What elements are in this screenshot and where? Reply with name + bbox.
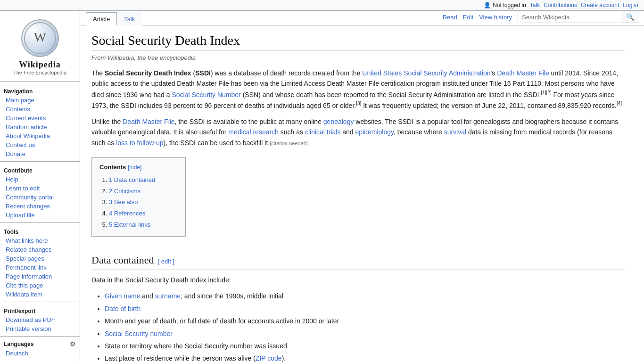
print-items: Download as PDFPrintable version xyxy=(0,315,80,333)
sidebar-item-about-wikipedia: About Wikipedia xyxy=(0,132,80,140)
sidebar-item-special-pages: Special pages xyxy=(0,254,80,263)
sidebar-item-contact-us: Contact us xyxy=(0,140,80,149)
sidebar-link-current-events[interactable]: Current events xyxy=(6,115,46,122)
right-tabs: Read Edit View history 🔍 xyxy=(443,11,638,25)
tools-items: What links hereRelated changesSpecial pa… xyxy=(0,236,80,299)
link-clinical-trials[interactable]: clinical trials xyxy=(305,128,340,136)
toc-hide-btn[interactable]: [hide] xyxy=(128,164,141,171)
lang-items: Deutsch xyxy=(0,349,80,358)
not-logged-in-label: Not logged in xyxy=(493,2,526,8)
languages-header: Languages ⚙ xyxy=(0,339,80,349)
list-item-6: Last place of residence while the person… xyxy=(105,353,625,362)
sidebar-item-what-links-here: What links here xyxy=(0,236,80,245)
page-layout: W Wikipedia The Free Encyclopedia Naviga… xyxy=(0,11,644,362)
sidebar-link-special-pages[interactable]: Special pages xyxy=(6,255,44,262)
tab-read[interactable]: Read xyxy=(443,14,457,21)
toc-link-3[interactable]: 3 See also xyxy=(109,198,138,206)
sidebar-link-download-pdf[interactable]: Download as PDF xyxy=(6,316,55,323)
talk-link[interactable]: Talk xyxy=(530,2,540,8)
link-dmf2[interactable]: Death Master File xyxy=(123,118,174,125)
link-given-name[interactable]: Given name xyxy=(105,292,140,300)
search-box: 🔍 xyxy=(518,11,638,23)
sidebar-item-download-pdf: Download as PDF xyxy=(0,315,80,324)
cite-1: [1] xyxy=(541,90,546,95)
link-date-of-birth[interactable]: Date of birth xyxy=(105,305,140,313)
search-input[interactable] xyxy=(518,12,622,23)
citation-needed: [citation needed] xyxy=(270,140,308,146)
left-tabs: Article Talk xyxy=(86,12,142,25)
main-area: Article Talk Read Edit View history 🔍 So… xyxy=(80,11,644,362)
toc-link-5[interactable]: 5 External links xyxy=(109,221,150,228)
link-ssa[interactable]: United States Social Security Administra… xyxy=(362,69,490,77)
sidebar-item-current-events: Current events xyxy=(0,114,80,123)
sidebar-link-what-links-here[interactable]: What links here xyxy=(6,237,48,244)
link-ssn[interactable]: Social Security Number xyxy=(172,90,240,98)
link-social-security-number[interactable]: Social Security number xyxy=(105,330,173,337)
sidebar-item-main-page: Main page xyxy=(0,96,80,105)
sidebar-item-donate: Donate xyxy=(0,149,80,158)
sidebar-item-related-changes: Related changes xyxy=(0,245,80,254)
sidebar-link-about-wikipedia[interactable]: About Wikipedia xyxy=(6,132,50,140)
top-bar: 👤 Not logged in Talk Contributions Creat… xyxy=(0,0,644,11)
sidebar-link-help[interactable]: Help xyxy=(6,176,18,183)
toc-item-3: 3 See also xyxy=(109,197,178,207)
tab-talk[interactable]: Talk xyxy=(117,12,142,25)
toc-item-5: 5 External links xyxy=(109,220,178,230)
link-medical-research[interactable]: medical research xyxy=(228,128,279,136)
create-account-link[interactable]: Create account xyxy=(581,2,619,8)
link-surname[interactable]: surname xyxy=(155,292,181,300)
link-loss-to-follow-up[interactable]: loss to follow-up xyxy=(116,139,163,147)
sidebar-item-printable-version: Printable version xyxy=(0,324,80,333)
link-genealogy[interactable]: genealogy xyxy=(323,118,354,125)
sidebar-link-recent-changes[interactable]: Recent changes xyxy=(6,203,50,210)
print-section: Print/export Download as PDFPrintable ve… xyxy=(0,305,80,333)
sidebar-link-wikidata-item[interactable]: Wikidata item xyxy=(6,291,42,298)
tab-edit[interactable]: Edit xyxy=(463,14,473,21)
gear-icon[interactable]: ⚙ xyxy=(70,340,76,348)
article-title: Social Security Death Index xyxy=(91,33,625,50)
sidebar-link-contents[interactable]: Contents xyxy=(6,106,30,113)
link-zip-code[interactable]: ZIP code xyxy=(256,354,282,362)
toc-item-4: 4 References xyxy=(109,209,178,219)
toc-link-1[interactable]: 1 Data contained xyxy=(109,176,155,183)
list-item-1: Given name and surname; and since the 19… xyxy=(105,291,625,301)
sidebar-link-cite-this-page[interactable]: Cite this page xyxy=(6,282,43,289)
contribute-section: Contribute HelpLearn to editCommunity po… xyxy=(0,165,80,220)
toc-link-2[interactable]: 2 Criticisms xyxy=(109,188,140,195)
sidebar-item-deutsch: Deutsch xyxy=(0,349,80,358)
section-edit-btn[interactable]: [ edit ] xyxy=(158,258,174,265)
log-in-link[interactable]: Log in xyxy=(623,2,638,8)
link-epidemiology[interactable]: epidemiology xyxy=(355,128,394,136)
link-survival[interactable]: survival xyxy=(444,128,466,136)
article-content: Social Security Death Index From Wikiped… xyxy=(80,25,636,362)
sidebar-link-upload-file[interactable]: Upload file xyxy=(6,212,34,219)
sidebar-link-deutsch[interactable]: Deutsch xyxy=(6,350,28,357)
sidebar-link-random-article[interactable]: Random article xyxy=(6,123,47,131)
contribute-heading: Contribute xyxy=(0,165,80,175)
section1-intro: Data in the Social Security Death Index … xyxy=(91,275,625,285)
toc-item-2: 2 Criticisms xyxy=(109,187,178,197)
tab-article[interactable]: Article xyxy=(86,12,117,25)
sidebar-item-page-information: Page information xyxy=(0,272,80,281)
sidebar-link-related-changes[interactable]: Related changes xyxy=(6,246,52,253)
sidebar-link-printable-version[interactable]: Printable version xyxy=(6,325,51,332)
link-dmf[interactable]: Death Master File xyxy=(497,69,549,77)
svg-text:W: W xyxy=(33,30,46,44)
wikipedia-logo: W xyxy=(21,19,59,57)
sidebar-link-learn-to-edit[interactable]: Learn to edit xyxy=(6,185,40,192)
sidebar-link-donate[interactable]: Donate xyxy=(6,150,25,157)
sidebar-link-permanent-link[interactable]: Permanent link xyxy=(6,264,47,271)
toc-link-4[interactable]: 4 References xyxy=(109,210,145,217)
tab-view-history[interactable]: View history xyxy=(479,14,512,21)
contributions-link[interactable]: Contributions xyxy=(544,2,577,8)
sidebar-link-contact-us[interactable]: Contact us xyxy=(6,141,35,148)
list-item-2: Date of birth xyxy=(105,304,625,314)
toc-title: Contents [hide] xyxy=(99,163,178,173)
search-button[interactable]: 🔍 xyxy=(622,11,638,23)
sidebar-link-community-portal[interactable]: Community portal xyxy=(6,194,54,201)
list-item-3: Month and year of death; or full date of… xyxy=(105,316,625,326)
sidebar-link-main-page[interactable]: Main page xyxy=(6,97,34,104)
sidebar-link-page-information[interactable]: Page information xyxy=(6,273,52,280)
section-data-contained: Data contained [ edit ] xyxy=(91,252,625,270)
print-heading: Print/export xyxy=(0,305,80,315)
